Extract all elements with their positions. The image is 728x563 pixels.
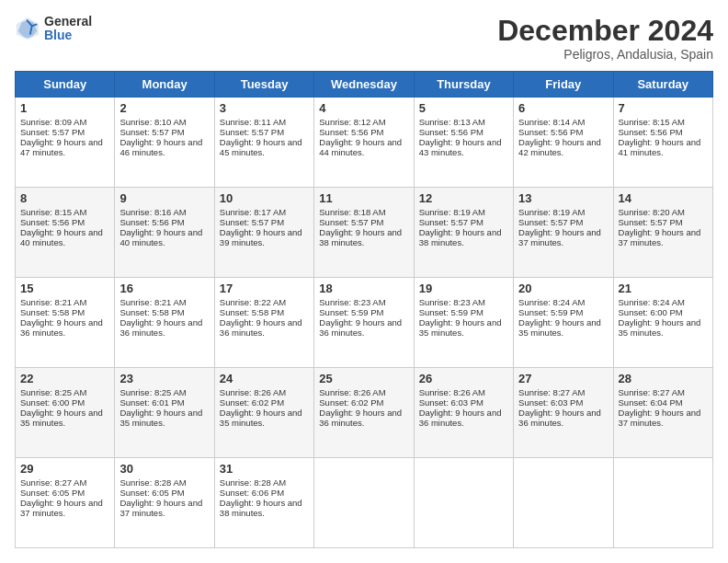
day-number: 31 <box>220 462 309 476</box>
day-number: 19 <box>419 282 508 295</box>
sunset-text: Sunset: 6:02 PM <box>319 397 383 408</box>
daylight-text: Daylight: 9 hours and 41 minutes. <box>619 137 701 157</box>
table-cell: 17 Sunrise: 8:22 AM Sunset: 5:58 PM Dayl… <box>214 278 313 368</box>
day-number: 1 <box>20 101 109 115</box>
daylight-text: Daylight: 9 hours and 46 minutes. <box>119 137 202 157</box>
sunset-text: Sunset: 6:04 PM <box>619 397 683 408</box>
table-cell: 18 Sunrise: 8:23 AM Sunset: 5:59 PM Dayl… <box>314 278 414 368</box>
sunset-text: Sunset: 6:01 PM <box>119 397 184 408</box>
sunrise-text: Sunrise: 8:23 AM <box>419 297 485 307</box>
table-cell: 10 Sunrise: 8:17 AM Sunset: 5:57 PM Dayl… <box>214 188 313 278</box>
daylight-text: Daylight: 9 hours and 39 minutes. <box>220 227 302 247</box>
day-number: 28 <box>619 372 708 385</box>
table-cell: 22 Sunrise: 8:25 AM Sunset: 6:00 PM Dayl… <box>16 368 115 458</box>
table-cell <box>314 458 414 548</box>
daylight-text: Daylight: 9 hours and 35 minutes. <box>220 408 302 428</box>
table-cell: 14 Sunrise: 8:20 AM Sunset: 5:57 PM Dayl… <box>613 188 712 278</box>
sunrise-text: Sunrise: 8:18 AM <box>319 207 385 217</box>
daylight-text: Daylight: 9 hours and 37 minutes. <box>518 227 601 247</box>
daylight-text: Daylight: 9 hours and 35 minutes. <box>20 408 103 428</box>
daylight-text: Daylight: 9 hours and 37 minutes. <box>119 498 202 518</box>
sunset-text: Sunset: 5:57 PM <box>619 217 683 227</box>
sunrise-text: Sunrise: 8:09 AM <box>20 117 86 127</box>
sunrise-text: Sunrise: 8:23 AM <box>319 297 385 307</box>
daylight-text: Daylight: 9 hours and 36 minutes. <box>319 317 402 338</box>
daylight-text: Daylight: 9 hours and 40 minutes. <box>20 227 103 247</box>
sunset-text: Sunset: 5:58 PM <box>119 307 184 317</box>
day-number: 18 <box>319 282 408 295</box>
table-cell: 24 Sunrise: 8:26 AM Sunset: 6:02 PM Dayl… <box>214 368 313 458</box>
sunrise-text: Sunrise: 8:25 AM <box>20 387 86 397</box>
table-cell: 15 Sunrise: 8:21 AM Sunset: 5:58 PM Dayl… <box>16 278 115 368</box>
page: General Blue December 2024 Peligros, And… <box>0 0 728 563</box>
col-thursday: Thursday <box>414 72 513 98</box>
sunrise-text: Sunrise: 8:14 AM <box>518 117 585 127</box>
sunset-text: Sunset: 5:59 PM <box>419 307 483 317</box>
sunrise-text: Sunrise: 8:13 AM <box>419 117 485 127</box>
table-cell: 8 Sunrise: 8:15 AM Sunset: 5:56 PM Dayli… <box>16 188 115 278</box>
day-number: 3 <box>220 101 309 115</box>
sunset-text: Sunset: 6:02 PM <box>220 397 284 408</box>
sunrise-text: Sunrise: 8:17 AM <box>220 207 286 217</box>
table-cell <box>514 458 613 548</box>
table-cell: 28 Sunrise: 8:27 AM Sunset: 6:04 PM Dayl… <box>613 368 712 458</box>
sunset-text: Sunset: 6:06 PM <box>220 488 284 498</box>
daylight-text: Daylight: 9 hours and 37 minutes. <box>20 498 103 518</box>
table-cell: 31 Sunrise: 8:28 AM Sunset: 6:06 PM Dayl… <box>214 458 313 548</box>
sunrise-text: Sunrise: 8:15 AM <box>619 117 685 127</box>
sunrise-text: Sunrise: 8:24 AM <box>518 297 585 307</box>
sunrise-text: Sunrise: 8:16 AM <box>119 207 186 217</box>
logo-icon <box>15 16 40 41</box>
sunrise-text: Sunrise: 8:24 AM <box>619 297 685 307</box>
table-cell: 12 Sunrise: 8:19 AM Sunset: 5:57 PM Dayl… <box>414 188 513 278</box>
day-number: 10 <box>220 191 309 205</box>
day-number: 14 <box>619 191 708 205</box>
sunset-text: Sunset: 5:59 PM <box>518 307 583 317</box>
day-number: 16 <box>119 282 209 295</box>
table-cell: 16 Sunrise: 8:21 AM Sunset: 5:58 PM Dayl… <box>115 278 214 368</box>
sunset-text: Sunset: 5:56 PM <box>419 127 483 137</box>
daylight-text: Daylight: 9 hours and 36 minutes. <box>220 317 302 338</box>
sunrise-text: Sunrise: 8:15 AM <box>20 207 86 217</box>
daylight-text: Daylight: 9 hours and 38 minutes. <box>419 227 502 247</box>
day-number: 8 <box>20 191 109 205</box>
calendar-header-row: Sunday Monday Tuesday Wednesday Thursday… <box>16 72 713 98</box>
sunset-text: Sunset: 6:05 PM <box>20 488 85 498</box>
sunset-text: Sunset: 5:57 PM <box>220 217 284 227</box>
sunset-text: Sunset: 6:03 PM <box>518 397 583 408</box>
sunset-text: Sunset: 5:56 PM <box>20 217 85 227</box>
week-row-5: 29 Sunrise: 8:27 AM Sunset: 6:05 PM Dayl… <box>16 458 713 548</box>
day-number: 15 <box>20 282 109 295</box>
table-cell <box>414 458 513 548</box>
sunrise-text: Sunrise: 8:27 AM <box>619 387 685 397</box>
month-title: December 2024 <box>497 15 713 47</box>
daylight-text: Daylight: 9 hours and 35 minutes. <box>419 317 502 338</box>
sunrise-text: Sunrise: 8:21 AM <box>119 297 186 307</box>
day-number: 11 <box>319 191 408 205</box>
location: Peligros, Andalusia, Spain <box>497 47 713 62</box>
daylight-text: Daylight: 9 hours and 36 minutes. <box>518 408 601 428</box>
week-row-4: 22 Sunrise: 8:25 AM Sunset: 6:00 PM Dayl… <box>16 368 713 458</box>
logo-text: General Blue <box>44 15 92 43</box>
sunrise-text: Sunrise: 8:26 AM <box>419 387 485 397</box>
day-number: 22 <box>20 372 109 385</box>
sunset-text: Sunset: 6:00 PM <box>619 307 683 317</box>
sunset-text: Sunset: 6:05 PM <box>119 488 184 498</box>
table-cell: 20 Sunrise: 8:24 AM Sunset: 5:59 PM Dayl… <box>514 278 613 368</box>
title-area: December 2024 Peligros, Andalusia, Spain <box>497 15 713 62</box>
table-cell: 1 Sunrise: 8:09 AM Sunset: 5:57 PM Dayli… <box>16 98 115 188</box>
sunset-text: Sunset: 6:00 PM <box>20 397 85 408</box>
sunset-text: Sunset: 5:57 PM <box>419 217 483 227</box>
sunrise-text: Sunrise: 8:27 AM <box>20 477 86 488</box>
sunset-text: Sunset: 5:58 PM <box>220 307 284 317</box>
day-number: 20 <box>518 282 608 295</box>
sunset-text: Sunset: 5:57 PM <box>119 127 184 137</box>
day-number: 24 <box>220 372 309 385</box>
calendar-table: Sunday Monday Tuesday Wednesday Thursday… <box>15 71 713 548</box>
week-row-3: 15 Sunrise: 8:21 AM Sunset: 5:58 PM Dayl… <box>16 278 713 368</box>
daylight-text: Daylight: 9 hours and 40 minutes. <box>119 227 202 247</box>
sunset-text: Sunset: 5:56 PM <box>119 217 184 227</box>
table-cell: 7 Sunrise: 8:15 AM Sunset: 5:56 PM Dayli… <box>613 98 712 188</box>
daylight-text: Daylight: 9 hours and 36 minutes. <box>319 408 402 428</box>
col-tuesday: Tuesday <box>214 72 313 98</box>
